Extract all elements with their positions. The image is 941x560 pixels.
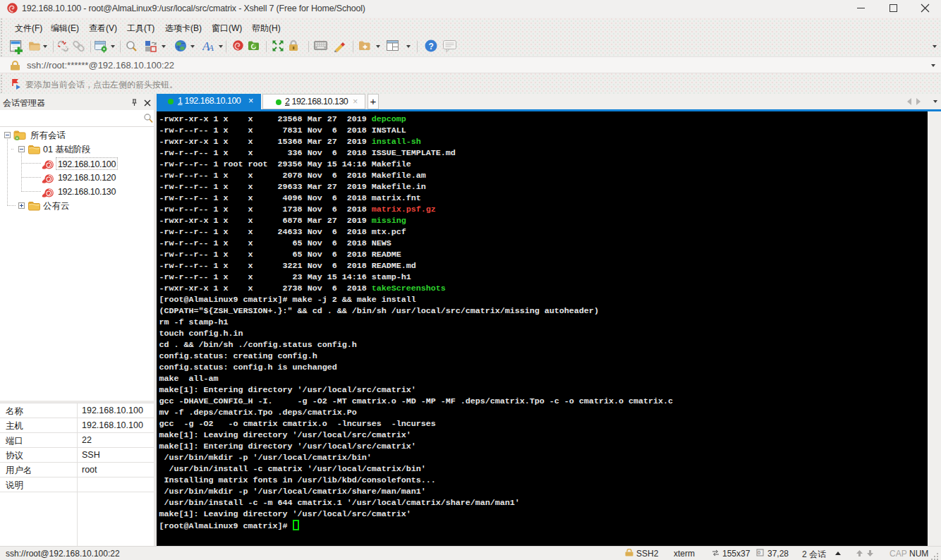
- svg-text:A: A: [207, 42, 214, 52]
- svg-text:0: 0: [758, 550, 760, 555]
- svg-text:?: ?: [429, 42, 434, 51]
